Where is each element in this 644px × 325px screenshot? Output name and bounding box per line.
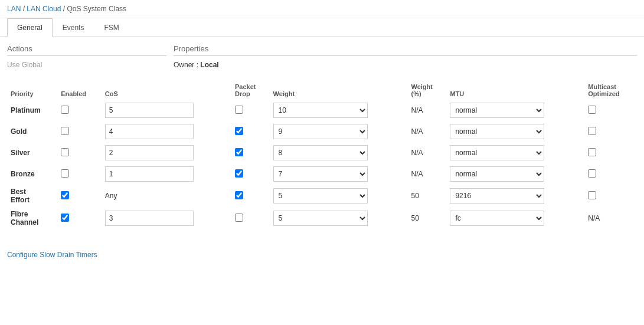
cos-bronze[interactable]	[105, 166, 194, 182]
cos-silver[interactable]	[105, 145, 194, 160]
cos-fibre-channel[interactable]	[105, 211, 194, 226]
multicast-silver[interactable]	[588, 148, 596, 156]
table-row: Platinum 1098765 N/A normal9216fc	[7, 100, 637, 121]
multicast-gold[interactable]	[588, 127, 596, 135]
col-cos: CoS	[102, 81, 231, 100]
breadcrumb-lan[interactable]: LAN	[7, 5, 21, 13]
packet-drop-fibre-channel[interactable]	[235, 214, 243, 222]
col-packet-drop: PacketDrop	[231, 81, 270, 100]
col-weight: Weight	[270, 81, 408, 100]
properties-section-header: Properties	[174, 44, 637, 56]
priority-fibre-channel: FibreChannel	[11, 210, 38, 226]
tab-events[interactable]: Events	[53, 18, 94, 37]
multicast-platinum[interactable]	[588, 106, 596, 114]
cos-best-effort: Any	[105, 192, 117, 200]
weight-platinum[interactable]: 1098765	[273, 103, 368, 118]
multicast-best-effort[interactable]	[588, 191, 596, 199]
packet-drop-platinum[interactable]	[235, 106, 243, 114]
enabled-gold[interactable]	[61, 127, 69, 135]
col-priority: Priority	[7, 81, 57, 100]
table-row: Gold 1098765 N/A normal9216fc	[7, 121, 637, 142]
weight-pct-bronze: N/A	[411, 170, 423, 178]
table-row: BestEffort Any 1098765 50 normal9216fc	[7, 185, 637, 207]
packet-drop-bronze[interactable]	[235, 169, 243, 178]
col-weight-pct: Weight(%)	[408, 81, 447, 100]
mtu-fibre-channel[interactable]: normal9216fc	[450, 211, 544, 226]
tabs: General Events FSM	[0, 18, 644, 37]
breadcrumb: LAN / LAN Cloud / QoS System Class	[0, 0, 644, 18]
mtu-bronze[interactable]: normal9216fc	[450, 166, 544, 182]
table-row: Bronze 1098765 N/A normal9216fc	[7, 163, 637, 185]
weight-pct-fibre-channel: 50	[411, 214, 419, 222]
enabled-silver[interactable]	[61, 148, 69, 156]
breadcrumb-current: QoS System Class	[67, 5, 126, 13]
col-mtu: MTU	[446, 81, 584, 100]
weight-fibre-channel[interactable]: 1098765	[273, 211, 368, 226]
owner-value: Local	[200, 61, 218, 69]
weight-pct-gold: N/A	[411, 127, 423, 136]
cos-gold[interactable]	[105, 124, 194, 139]
table-row: FibreChannel 1098765 50 normal9216fc N/A	[7, 207, 637, 229]
enabled-bronze[interactable]	[61, 169, 69, 178]
weight-pct-best-effort: 50	[411, 192, 419, 200]
mtu-gold[interactable]: normal9216fc	[450, 124, 544, 139]
priority-silver: Silver	[11, 149, 30, 157]
weight-gold[interactable]: 1098765	[273, 124, 368, 139]
packet-drop-silver[interactable]	[235, 148, 243, 156]
col-multicast: MulticastOptimized	[584, 81, 637, 100]
actions-section-header: Actions	[7, 44, 166, 56]
priority-gold: Gold	[11, 127, 27, 136]
configure-slow-drain-link[interactable]: Configure Slow Drain Timers	[7, 251, 97, 259]
priority-platinum: Platinum	[11, 106, 41, 114]
use-global-label: Use Global	[7, 61, 166, 69]
packet-drop-gold[interactable]	[235, 127, 243, 135]
weight-silver[interactable]: 1098765	[273, 145, 368, 160]
tab-general[interactable]: General	[7, 18, 53, 37]
weight-pct-platinum: N/A	[411, 106, 423, 114]
packet-drop-best-effort[interactable]	[235, 191, 243, 199]
owner-row: Owner : Local	[174, 61, 637, 69]
tab-fsm[interactable]: FSM	[94, 18, 129, 37]
weight-best-effort[interactable]: 1098765	[273, 188, 368, 203]
col-enabled: Enabled	[57, 81, 102, 100]
table-row: Silver 1098765 N/A normal9216fc	[7, 142, 637, 163]
qos-table: Priority Enabled CoS PacketDrop Weight W…	[7, 81, 637, 229]
mtu-platinum[interactable]: normal9216fc	[450, 103, 544, 118]
mtu-silver[interactable]: normal9216fc	[450, 145, 544, 160]
breadcrumb-lan-cloud[interactable]: LAN Cloud	[27, 5, 61, 13]
enabled-best-effort[interactable]	[61, 191, 69, 199]
weight-bronze[interactable]: 1098765	[273, 166, 368, 182]
mtu-best-effort[interactable]: normal9216fc	[450, 188, 544, 203]
priority-best-effort: BestEffort	[11, 188, 30, 204]
multicast-bronze[interactable]	[588, 169, 596, 178]
weight-pct-silver: N/A	[411, 149, 423, 157]
enabled-platinum[interactable]	[61, 106, 69, 114]
priority-bronze: Bronze	[11, 170, 35, 178]
multicast-fibre-channel-na: N/A	[588, 214, 600, 222]
cos-platinum[interactable]	[105, 103, 194, 118]
enabled-fibre-channel[interactable]	[61, 214, 69, 222]
